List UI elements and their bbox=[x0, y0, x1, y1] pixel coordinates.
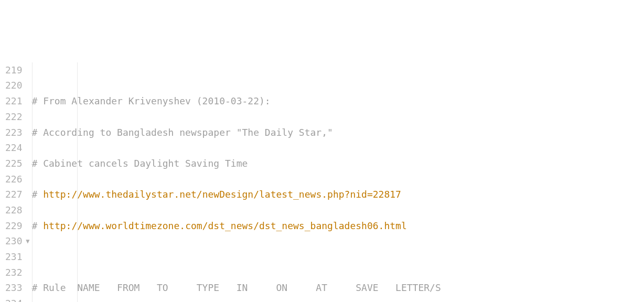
line-number: 222 bbox=[5, 109, 23, 125]
url-text: http://www.worldtimezone.com/dst_news/ds… bbox=[43, 220, 407, 231]
line-number-gutter: 219220221222223224225226227228229230▼231… bbox=[0, 62, 32, 302]
code-area[interactable]: # From Alexander Krivenyshev (2010-03-22… bbox=[32, 62, 644, 302]
comment-text: # Cabinet cancels Daylight Saving Time bbox=[32, 158, 248, 169]
comment-hash: # bbox=[32, 220, 44, 231]
code-line: # http://www.thedailystar.net/newDesign/… bbox=[32, 187, 644, 202]
line-number: 221 bbox=[5, 93, 23, 109]
line-number: 233 bbox=[5, 280, 23, 296]
line-number: 234 bbox=[5, 296, 23, 302]
fold-marker-icon[interactable]: ▼ bbox=[26, 233, 29, 249]
line-number: 229 bbox=[5, 218, 23, 234]
line-number: 224 bbox=[5, 140, 23, 156]
code-line bbox=[32, 249, 644, 265]
line-number: 228 bbox=[5, 202, 23, 218]
line-number: 225 bbox=[5, 156, 23, 171]
line-number: 232 bbox=[5, 265, 23, 281]
code-editor[interactable]: 219220221222223224225226227228229230▼231… bbox=[0, 62, 644, 302]
line-number: 223 bbox=[5, 125, 23, 141]
rule-header: # Rule NAME FROM TO TYPE IN ON AT SAVE L… bbox=[32, 282, 441, 293]
comment-hash: # bbox=[32, 189, 44, 200]
comment-text: # According to Bangladesh newspaper "The… bbox=[32, 127, 333, 138]
line-number: 226 bbox=[5, 171, 23, 187]
code-line: # According to Bangladesh newspaper "The… bbox=[32, 125, 644, 141]
line-number: 231 bbox=[5, 249, 23, 265]
code-line: # From Alexander Krivenyshev (2010-03-22… bbox=[32, 93, 644, 109]
line-number: 220 bbox=[5, 78, 23, 93]
line-number: 219 bbox=[5, 62, 23, 78]
url-text: http://www.thedailystar.net/newDesign/la… bbox=[43, 189, 401, 200]
code-line: # Rule NAME FROM TO TYPE IN ON AT SAVE L… bbox=[32, 280, 644, 296]
code-line: # Cabinet cancels Daylight Saving Time bbox=[32, 156, 644, 171]
comment-text: # From Alexander Krivenyshev (2010-03-22… bbox=[32, 95, 271, 106]
line-number: 230▼ bbox=[5, 233, 23, 249]
code-line: # http://www.worldtimezone.com/dst_news/… bbox=[32, 218, 644, 234]
line-number: 227 bbox=[5, 187, 23, 202]
